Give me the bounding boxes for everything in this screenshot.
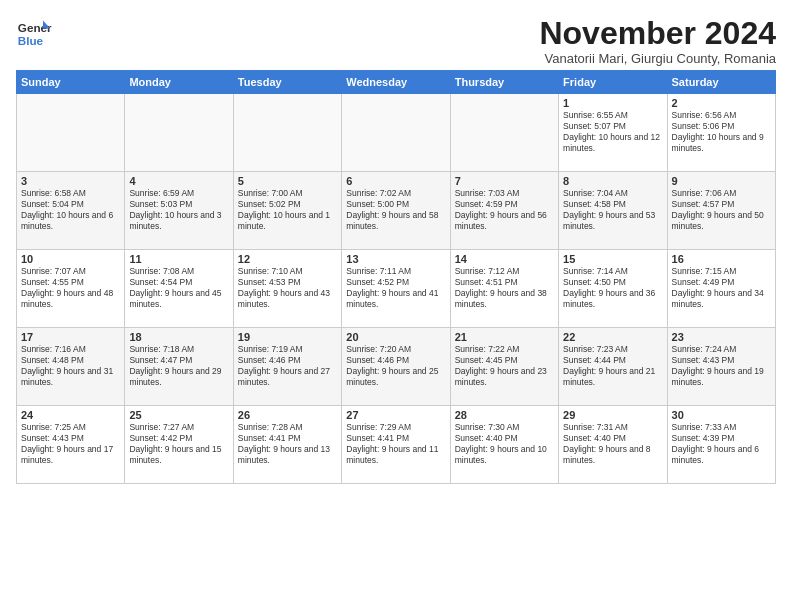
cell-info: Daylight: 9 hours and 34 minutes. <box>672 288 771 310</box>
cell-info: Sunset: 4:43 PM <box>21 433 120 444</box>
calendar-cell: 5Sunrise: 7:00 AMSunset: 5:02 PMDaylight… <box>233 172 341 250</box>
cell-info: Daylight: 9 hours and 43 minutes. <box>238 288 337 310</box>
calendar-cell: 30Sunrise: 7:33 AMSunset: 4:39 PMDayligh… <box>667 406 775 484</box>
cell-info: Sunset: 4:43 PM <box>672 355 771 366</box>
day-number: 30 <box>672 409 771 421</box>
calendar-row-4: 24Sunrise: 7:25 AMSunset: 4:43 PMDayligh… <box>17 406 776 484</box>
calendar-table: Sunday Monday Tuesday Wednesday Thursday… <box>16 70 776 484</box>
cell-info: Sunset: 4:59 PM <box>455 199 554 210</box>
calendar-row-1: 3Sunrise: 6:58 AMSunset: 5:04 PMDaylight… <box>17 172 776 250</box>
day-number: 15 <box>563 253 662 265</box>
cell-info: Daylight: 9 hours and 53 minutes. <box>563 210 662 232</box>
day-number: 3 <box>21 175 120 187</box>
calendar-row-3: 17Sunrise: 7:16 AMSunset: 4:48 PMDayligh… <box>17 328 776 406</box>
col-wednesday: Wednesday <box>342 71 450 94</box>
month-title: November 2024 <box>539 16 776 51</box>
cell-info: Sunset: 5:07 PM <box>563 121 662 132</box>
day-number: 27 <box>346 409 445 421</box>
calendar-cell: 17Sunrise: 7:16 AMSunset: 4:48 PMDayligh… <box>17 328 125 406</box>
cell-info: Sunset: 5:04 PM <box>21 199 120 210</box>
cell-info: Sunrise: 7:16 AM <box>21 344 120 355</box>
calendar-row-2: 10Sunrise: 7:07 AMSunset: 4:55 PMDayligh… <box>17 250 776 328</box>
cell-info: Sunset: 4:40 PM <box>455 433 554 444</box>
cell-info: Sunrise: 7:07 AM <box>21 266 120 277</box>
cell-info: Sunrise: 7:03 AM <box>455 188 554 199</box>
cell-info: Sunset: 4:50 PM <box>563 277 662 288</box>
col-friday: Friday <box>559 71 667 94</box>
cell-info: Sunset: 4:44 PM <box>563 355 662 366</box>
calendar-cell: 4Sunrise: 6:59 AMSunset: 5:03 PMDaylight… <box>125 172 233 250</box>
cell-info: Daylight: 9 hours and 8 minutes. <box>563 444 662 466</box>
cell-info: Sunset: 4:47 PM <box>129 355 228 366</box>
cell-info: Daylight: 10 hours and 6 minutes. <box>21 210 120 232</box>
cell-info: Daylight: 9 hours and 31 minutes. <box>21 366 120 388</box>
cell-info: Sunset: 4:46 PM <box>238 355 337 366</box>
calendar-cell <box>342 94 450 172</box>
cell-info: Sunset: 5:02 PM <box>238 199 337 210</box>
cell-info: Daylight: 9 hours and 6 minutes. <box>672 444 771 466</box>
calendar-cell: 8Sunrise: 7:04 AMSunset: 4:58 PMDaylight… <box>559 172 667 250</box>
calendar-cell: 24Sunrise: 7:25 AMSunset: 4:43 PMDayligh… <box>17 406 125 484</box>
day-number: 8 <box>563 175 662 187</box>
day-number: 28 <box>455 409 554 421</box>
calendar-cell: 3Sunrise: 6:58 AMSunset: 5:04 PMDaylight… <box>17 172 125 250</box>
cell-info: Sunset: 4:58 PM <box>563 199 662 210</box>
cell-info: Sunset: 4:57 PM <box>672 199 771 210</box>
header: General Blue November 2024 Vanatorii Mar… <box>16 16 776 66</box>
cell-info: Sunrise: 7:28 AM <box>238 422 337 433</box>
cell-info: Sunrise: 7:33 AM <box>672 422 771 433</box>
calendar-cell <box>450 94 558 172</box>
day-number: 4 <box>129 175 228 187</box>
cell-info: Sunset: 4:49 PM <box>672 277 771 288</box>
cell-info: Daylight: 9 hours and 50 minutes. <box>672 210 771 232</box>
col-sunday: Sunday <box>17 71 125 94</box>
cell-info: Daylight: 9 hours and 19 minutes. <box>672 366 771 388</box>
cell-info: Sunrise: 7:29 AM <box>346 422 445 433</box>
calendar-cell: 11Sunrise: 7:08 AMSunset: 4:54 PMDayligh… <box>125 250 233 328</box>
cell-info: Sunrise: 7:19 AM <box>238 344 337 355</box>
header-row: Sunday Monday Tuesday Wednesday Thursday… <box>17 71 776 94</box>
cell-info: Daylight: 9 hours and 17 minutes. <box>21 444 120 466</box>
logo-icon: General Blue <box>16 16 52 52</box>
calendar-cell: 15Sunrise: 7:14 AMSunset: 4:50 PMDayligh… <box>559 250 667 328</box>
cell-info: Daylight: 9 hours and 56 minutes. <box>455 210 554 232</box>
cell-info: Sunrise: 7:24 AM <box>672 344 771 355</box>
day-number: 19 <box>238 331 337 343</box>
cell-info: Sunrise: 7:06 AM <box>672 188 771 199</box>
page: General Blue November 2024 Vanatorii Mar… <box>0 0 792 494</box>
cell-info: Sunrise: 7:14 AM <box>563 266 662 277</box>
cell-info: Sunset: 4:46 PM <box>346 355 445 366</box>
cell-info: Daylight: 9 hours and 27 minutes. <box>238 366 337 388</box>
col-thursday: Thursday <box>450 71 558 94</box>
cell-info: Sunset: 4:54 PM <box>129 277 228 288</box>
cell-info: Daylight: 10 hours and 1 minute. <box>238 210 337 232</box>
calendar-cell: 16Sunrise: 7:15 AMSunset: 4:49 PMDayligh… <box>667 250 775 328</box>
day-number: 11 <box>129 253 228 265</box>
day-number: 16 <box>672 253 771 265</box>
calendar-cell: 9Sunrise: 7:06 AMSunset: 4:57 PMDaylight… <box>667 172 775 250</box>
cell-info: Sunrise: 7:27 AM <box>129 422 228 433</box>
cell-info: Sunset: 5:00 PM <box>346 199 445 210</box>
cell-info: Sunset: 4:45 PM <box>455 355 554 366</box>
cell-info: Sunset: 4:51 PM <box>455 277 554 288</box>
title-block: November 2024 Vanatorii Mari, Giurgiu Co… <box>539 16 776 66</box>
cell-info: Sunset: 4:40 PM <box>563 433 662 444</box>
day-number: 13 <box>346 253 445 265</box>
cell-info: Daylight: 9 hours and 25 minutes. <box>346 366 445 388</box>
cell-info: Sunrise: 7:04 AM <box>563 188 662 199</box>
day-number: 10 <box>21 253 120 265</box>
cell-info: Sunrise: 7:18 AM <box>129 344 228 355</box>
cell-info: Sunset: 4:52 PM <box>346 277 445 288</box>
day-number: 18 <box>129 331 228 343</box>
col-saturday: Saturday <box>667 71 775 94</box>
calendar-cell: 13Sunrise: 7:11 AMSunset: 4:52 PMDayligh… <box>342 250 450 328</box>
cell-info: Daylight: 10 hours and 3 minutes. <box>129 210 228 232</box>
cell-info: Sunrise: 7:10 AM <box>238 266 337 277</box>
cell-info: Daylight: 9 hours and 41 minutes. <box>346 288 445 310</box>
cell-info: Sunrise: 7:08 AM <box>129 266 228 277</box>
day-number: 29 <box>563 409 662 421</box>
cell-info: Daylight: 9 hours and 10 minutes. <box>455 444 554 466</box>
cell-info: Sunrise: 7:12 AM <box>455 266 554 277</box>
calendar-cell <box>17 94 125 172</box>
cell-info: Sunset: 4:48 PM <box>21 355 120 366</box>
